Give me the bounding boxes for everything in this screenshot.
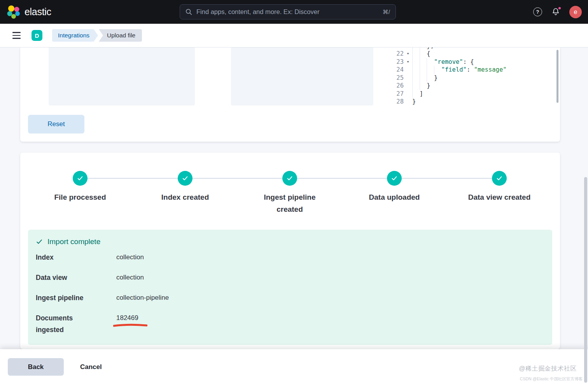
code-fold-icon[interactable]: ▾ [404,50,412,58]
check-icon [77,175,84,182]
callout-title: Import complete [47,237,100,246]
brand-text: elastic [24,6,51,18]
file-settings-card: }, 22 ▾ { 23 ▾ "remove": { 24 "field": "… [20,47,560,142]
step-complete-icon [178,171,192,186]
page-scrollbar[interactable] [584,177,587,383]
code-line: 24 "field": "message" [382,66,549,74]
indent-guide [412,82,420,90]
line-number: 26 [382,82,404,90]
check-icon [391,175,398,182]
callout-title-row: Import complete [36,237,544,246]
reset-button[interactable]: Reset [28,115,84,134]
import-complete-callout: Import complete Index collection Data vi… [28,230,552,345]
fold-spacer [404,98,412,105]
bottom-action-bar: Back Cancel @稀土掘金技术社区 CSDN @Elastic 中国社区… [0,349,588,385]
indent-guide [420,82,427,90]
breadcrumb-bar: D Integrations Upload file [0,24,588,47]
summary-value-data-view: collection [116,272,544,283]
code-text: ] [412,90,423,98]
progress-step-index-created: Index created [138,171,232,204]
brand[interactable]: elastic [7,0,51,24]
line-number: 22 [382,50,404,58]
line-number: 23 [382,58,404,66]
indent-guide [420,58,427,66]
progress-step-data-view-created: Data view created [453,171,546,204]
watermark-community: @稀土掘金技术社区 [519,365,577,373]
indent-guide [427,58,434,66]
content-panel-right [231,47,373,105]
header-actions: ? e [533,0,582,24]
search-icon [186,9,192,15]
code-fold-icon[interactable]: ▾ [404,58,412,66]
editor-scrollbar[interactable] [556,50,558,103]
help-icon: ? [533,7,542,16]
code-line: 26 } [382,82,549,90]
code-text: } [412,82,430,90]
code-text: } [412,98,416,105]
fold-spacer [404,82,412,90]
menu-button[interactable] [9,28,24,43]
code-text: { [412,50,430,58]
summary-label-documents-ingested: Documents ingested [36,312,98,336]
user-avatar-button[interactable]: e [569,6,582,18]
code-line: 22 ▾ { [382,50,549,58]
red-marker-annotation [113,323,147,327]
indent-guide [412,66,420,74]
cancel-button[interactable]: Cancel [76,358,106,376]
code-text: "remove": { [412,58,474,66]
indent-guide [427,74,434,82]
documents-ingested-count: 182469 [116,314,138,322]
breadcrumb-integrations[interactable]: Integrations [52,29,98,42]
back-button[interactable]: Back [8,358,64,376]
hamburger-icon [12,32,21,33]
check-icon [182,175,189,182]
summary-label-data-view: Data view [36,272,98,283]
import-summary-list: Index collection Data view collection In… [36,251,544,336]
summary-value-ingest-pipeline: collection-pipeline [116,292,544,304]
notification-badge [558,6,562,10]
breadcrumb-upload-file: Upload file [99,29,142,42]
step-complete-icon [73,171,88,186]
summary-label-ingest-pipeline: Ingest pipeline [36,292,98,304]
indent-guide [412,90,420,98]
step-label: Data view created [462,192,536,204]
code-line: 23 ▾ "remove": { [382,58,549,66]
check-icon [286,175,293,182]
step-complete-icon [387,171,402,186]
step-complete-icon [282,171,297,186]
line-number: 28 [382,98,404,105]
fold-spacer [404,90,412,98]
ingest-pipeline-editor[interactable]: }, 22 ▾ { 23 ▾ "remove": { 24 "field": "… [382,47,549,105]
search-placeholder: Find apps, content, and more. Ex: Discov… [196,8,378,16]
progress-step-file-processed: File processed [33,171,127,204]
check-icon [496,175,503,182]
global-header: elastic Find apps, content, and more. Ex… [0,0,588,24]
watermark-csdn: CSDN @Elastic 中国社区官方博客 [520,376,583,382]
code-text: "field": "message" [412,66,507,74]
code-line: 28 } [382,98,549,105]
space-avatar[interactable]: D [32,30,42,41]
step-label: Ingest pipeline created [253,192,327,216]
elastic-logo-icon [7,5,20,19]
content-panel-left [49,47,195,105]
step-label: Index created [148,192,222,204]
line-number: 25 [382,74,404,82]
summary-label-index: Index [36,251,98,263]
help-button[interactable]: ? [533,7,542,16]
code-line: 25 } [382,74,549,82]
indent-guide [434,66,441,74]
step-label: Data uploaded [357,192,431,204]
summary-value-documents-ingested: 182469 [116,312,544,336]
avatar-initial: e [574,9,578,16]
indent-guide [412,50,420,58]
indent-guide [420,74,427,82]
indent-guide [412,58,420,66]
indent-guide [427,66,434,74]
step-complete-icon [492,171,507,186]
check-icon [36,238,43,245]
kibana-upload-file-page: elastic Find apps, content, and more. Ex… [0,0,588,385]
global-search-input[interactable]: Find apps, content, and more. Ex: Discov… [180,4,396,19]
progress-step-data-uploaded: Data uploaded [348,171,441,204]
code-line: 27 ] [382,90,549,98]
notifications-button[interactable] [551,7,560,17]
